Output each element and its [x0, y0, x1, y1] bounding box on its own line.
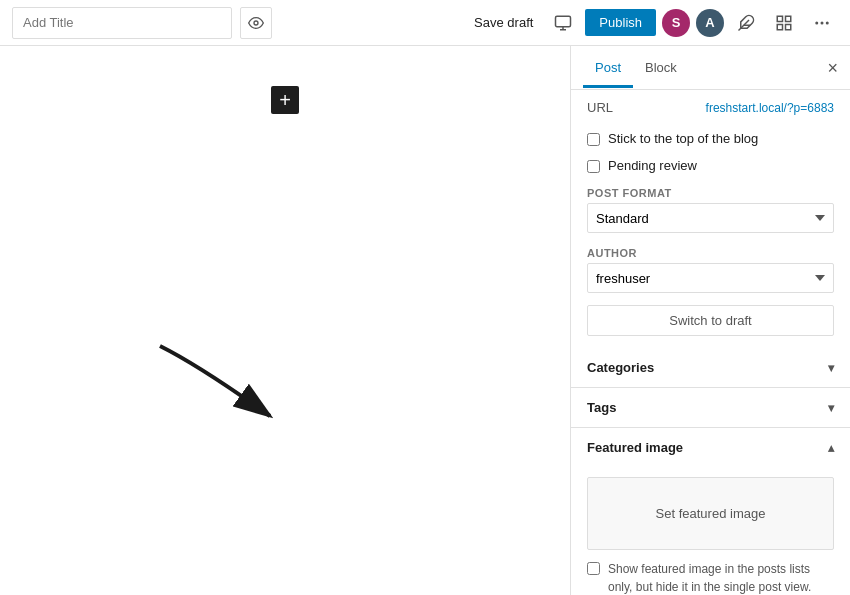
editor-canvas[interactable]: + [0, 46, 570, 595]
post-format-select[interactable]: Standard [587, 203, 834, 233]
categories-section: Categories ▾ [571, 348, 850, 388]
svg-point-0 [254, 21, 258, 25]
sidebar-tabs: Post Block [583, 48, 689, 88]
svg-point-12 [826, 21, 829, 24]
editor-header: Save draft Publish S A [0, 0, 850, 46]
tags-toggle[interactable]: Tags ▾ [571, 388, 850, 427]
plugins-button[interactable] [730, 7, 762, 39]
responsive-preview-button[interactable] [547, 7, 579, 39]
monitor-icon [554, 14, 572, 32]
set-featured-image-button[interactable]: Set featured image [587, 477, 834, 550]
post-format-section: POST FORMAT Standard [571, 187, 850, 243]
tab-post[interactable]: Post [583, 48, 633, 88]
svg-rect-7 [786, 16, 791, 21]
svg-point-10 [815, 21, 818, 24]
svg-rect-1 [556, 16, 571, 27]
url-link[interactable]: freshstart.local/?p=6883 [706, 101, 834, 115]
tags-label: Tags [587, 400, 616, 415]
pending-review-checkbox[interactable] [587, 160, 600, 173]
sidebar-content: URL freshstart.local/?p=6883 Stick to th… [571, 90, 850, 595]
tab-block[interactable]: Block [633, 48, 689, 88]
add-block-button[interactable]: + [271, 86, 299, 114]
preview-toggle-button[interactable] [240, 7, 272, 39]
svg-rect-6 [777, 16, 782, 21]
stick-to-top-label: Stick to the top of the blog [608, 131, 758, 146]
featured-image-label: Featured image [587, 440, 683, 455]
url-row: URL freshstart.local/?p=6883 [571, 90, 850, 125]
switch-to-draft-button[interactable]: Switch to draft [587, 305, 834, 336]
switch-draft-wrapper: Switch to draft [571, 305, 850, 348]
categories-label: Categories [587, 360, 654, 375]
block-editor-button[interactable] [768, 7, 800, 39]
post-format-label: POST FORMAT [587, 187, 834, 199]
featured-image-checkbox-row: Show featured image in the posts lists o… [587, 560, 834, 595]
author-label: AUTHOR [587, 247, 834, 259]
categories-toggle[interactable]: Categories ▾ [571, 348, 850, 387]
svg-rect-9 [777, 24, 782, 29]
featured-image-hide-checkbox[interactable] [587, 562, 600, 575]
publish-button[interactable]: Publish [585, 9, 656, 36]
url-label: URL [587, 100, 613, 115]
main-area: + Post Block × URL freshstart. [0, 46, 850, 595]
puzzle-icon [737, 14, 755, 32]
tags-section: Tags ▾ [571, 388, 850, 428]
stick-to-top-row: Stick to the top of the blog [571, 125, 850, 152]
categories-chevron-icon: ▾ [828, 361, 834, 375]
more-options-button[interactable] [806, 7, 838, 39]
yoast-icon[interactable]: S [662, 9, 690, 37]
layout-icon [775, 14, 793, 32]
pending-review-row: Pending review [571, 152, 850, 183]
sidebar-header: Post Block × [571, 46, 850, 90]
featured-image-checkbox-label: Show featured image in the posts lists o… [608, 560, 834, 595]
header-left [12, 7, 272, 39]
header-right: Save draft Publish S A [466, 7, 838, 39]
featured-image-content: Set featured image Show featured image i… [571, 467, 850, 595]
save-draft-button[interactable]: Save draft [466, 11, 541, 34]
svg-point-11 [821, 21, 824, 24]
eye-icon [248, 15, 264, 31]
author-select[interactable]: freshuser [587, 263, 834, 293]
svg-rect-8 [786, 24, 791, 29]
ellipsis-icon [813, 14, 831, 32]
featured-image-toggle[interactable]: Featured image ▴ [571, 428, 850, 467]
featured-image-chevron-icon: ▴ [828, 441, 834, 455]
akismet-icon[interactable]: A [696, 9, 724, 37]
close-sidebar-button[interactable]: × [827, 59, 838, 77]
pending-review-label: Pending review [608, 158, 697, 173]
title-input[interactable] [12, 7, 232, 39]
tags-chevron-icon: ▾ [828, 401, 834, 415]
sidebar-panel: Post Block × URL freshstart.local/?p=688… [570, 46, 850, 595]
arrow-annotation [140, 326, 300, 446]
author-section: AUTHOR freshuser [571, 247, 850, 305]
stick-to-top-checkbox[interactable] [587, 133, 600, 146]
featured-image-section: Featured image ▴ Set featured image Show… [571, 428, 850, 595]
